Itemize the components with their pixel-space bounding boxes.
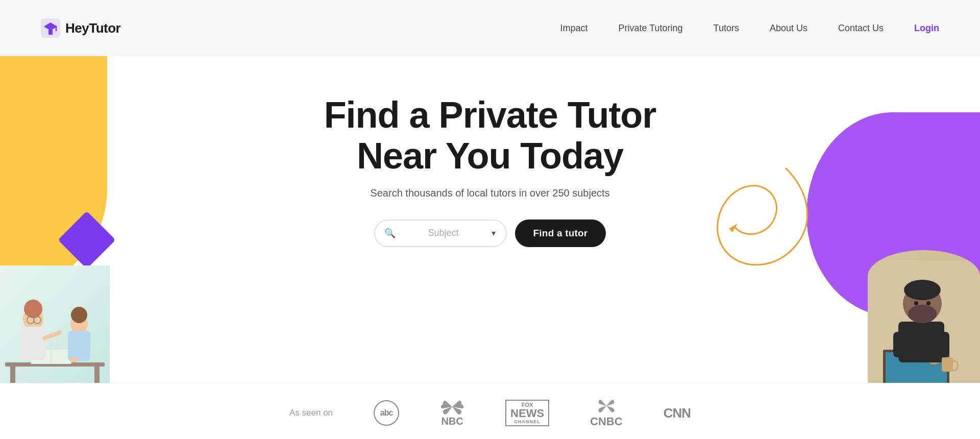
svg-rect-32	[893, 332, 903, 357]
nbc-text: NBC	[441, 416, 463, 427]
nbc-peacock-icon	[440, 399, 464, 414]
hero-section: ✦ ✦ ✦	[0, 56, 980, 383]
svg-point-29	[914, 301, 918, 305]
nav-link-about-us[interactable]: About Us	[770, 23, 807, 34]
hero-content: Find a Private Tutor Near You Today Sear…	[324, 95, 656, 247]
media-logo-nbc: NBC	[440, 399, 464, 427]
media-bar: As seen on abc NBC FOX NEWS CHANNEL CNBC	[0, 383, 980, 439]
hero-subtitle: Search thousands of local tutors in over…	[324, 187, 656, 199]
media-logo-abc: abc	[374, 400, 399, 426]
svg-point-30	[926, 301, 930, 305]
cnbc-peacock-icon	[596, 398, 617, 414]
svg-rect-1	[48, 30, 53, 35]
fox-main-text: NEWS	[510, 408, 544, 419]
swirl-decoration	[684, 148, 817, 311]
svg-point-18	[70, 357, 78, 362]
hero-title-line1: Find a Private Tutor	[324, 94, 656, 135]
person-right	[868, 250, 980, 383]
logo-text: HeyTutor	[65, 20, 120, 36]
hero-title: Find a Private Tutor Near You Today	[324, 95, 656, 176]
subject-select[interactable]: 🔍 Subject ▾	[374, 220, 507, 247]
fox-bot-text: CHANNEL	[514, 419, 541, 424]
hero-title-line2: Near You Today	[357, 135, 623, 176]
logo-icon	[41, 18, 60, 38]
navbar: HeyTutor Impact Private Tutoring Tutors …	[0, 0, 980, 56]
nav-link-contact-us[interactable]: Contact Us	[838, 23, 884, 34]
svg-rect-25	[898, 322, 944, 362]
cnbc-text: CNBC	[590, 415, 623, 428]
media-label: As seen on	[289, 408, 333, 418]
svg-rect-16	[68, 331, 90, 361]
search-icon: 🔍	[384, 228, 396, 239]
svg-rect-8	[20, 327, 46, 360]
svg-point-17	[71, 307, 87, 323]
nav-link-tutors[interactable]: Tutors	[714, 23, 739, 34]
nav-links: Impact Private Tutoring Tutors About Us …	[560, 23, 884, 34]
svg-point-28	[904, 280, 941, 300]
person-left	[0, 265, 110, 383]
search-row: 🔍 Subject ▾ Find a tutor	[324, 220, 656, 247]
subject-placeholder: Subject	[401, 228, 486, 238]
nav-link-impact[interactable]: Impact	[560, 23, 587, 34]
find-tutor-button[interactable]: Find a tutor	[515, 220, 606, 247]
nav-link-private-tutoring[interactable]: Private Tutoring	[619, 23, 683, 34]
media-logo-cnbc: CNBC	[590, 398, 623, 428]
logo[interactable]: HeyTutor	[41, 18, 120, 38]
svg-point-10	[29, 301, 37, 309]
abc-text: abc	[380, 408, 393, 418]
svg-point-27	[908, 305, 937, 323]
chevron-down-icon: ▾	[492, 228, 496, 238]
media-logo-cnn: CNN	[664, 405, 691, 421]
svg-rect-4	[94, 367, 100, 383]
svg-rect-33	[939, 332, 949, 357]
media-logo-fox: FOX NEWS CHANNEL	[505, 400, 549, 426]
login-link[interactable]: Login	[914, 23, 939, 34]
svg-rect-31	[942, 357, 953, 372]
svg-rect-3	[10, 367, 15, 383]
